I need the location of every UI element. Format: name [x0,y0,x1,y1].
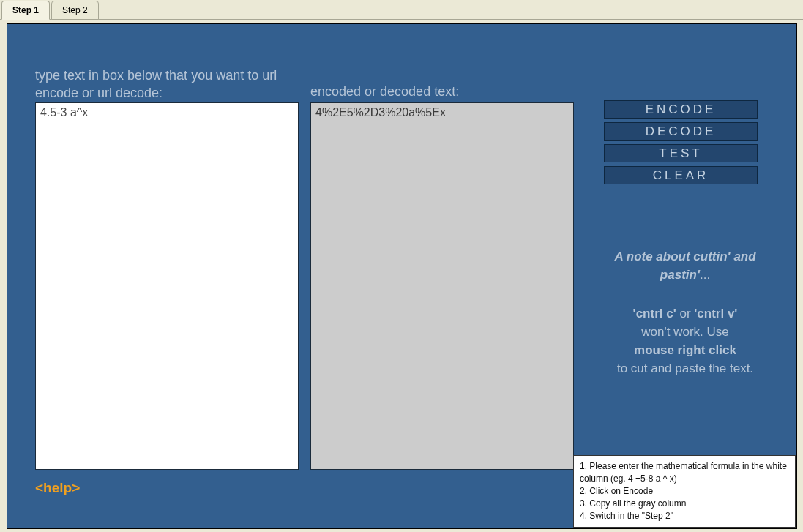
note-line2: won't work. Use [641,325,728,339]
note-or: or [676,307,695,321]
note-line4: to cut and paste the text. [617,361,753,375]
note-body: 'cntrl c' or 'cntrl v' won't work. Use m… [590,304,780,378]
tooltip-line2: 2. Click on Encode [580,485,789,498]
output-label: encoded or decoded text: [310,84,459,100]
note-rightclick: mouse right click [634,343,736,357]
output-textarea[interactable] [310,102,574,470]
encode-button[interactable]: ENCODE [604,100,758,119]
tooltip-line1: 1. Please enter the mathematical formula… [580,460,789,485]
tooltip-line3: 3. Copy all the gray column [580,498,789,510]
note-title: A note about cuttin' and pastin' [614,250,755,282]
note-block: A note about cuttin' and pastin'... 'cnt… [590,247,780,378]
help-link[interactable]: <help> [35,480,80,496]
tab-step2[interactable]: Step 2 [51,1,99,20]
decode-button[interactable]: DECODE [604,122,758,141]
clear-button[interactable]: CLEAR [604,166,758,184]
input-label: type text in box below that you want to … [35,67,291,102]
main-panel: type text in box below that you want to … [7,23,797,529]
help-tooltip: 1. Please enter the mathematical formula… [573,455,796,528]
tooltip-line4: 4. Switch in the "Step 2" [580,510,789,522]
input-textarea[interactable] [35,102,299,470]
note-cntrlv: 'cntrl v' [694,307,737,321]
note-cntrlc: 'cntrl c' [633,307,676,321]
button-stack: ENCODE DECODE TEST CLEAR [604,100,758,188]
note-title-suffix: ... [700,268,710,282]
test-button[interactable]: TEST [604,144,758,162]
tab-bar: Step 1 Step 2 [0,0,803,20]
tab-step1[interactable]: Step 1 [1,1,50,20]
